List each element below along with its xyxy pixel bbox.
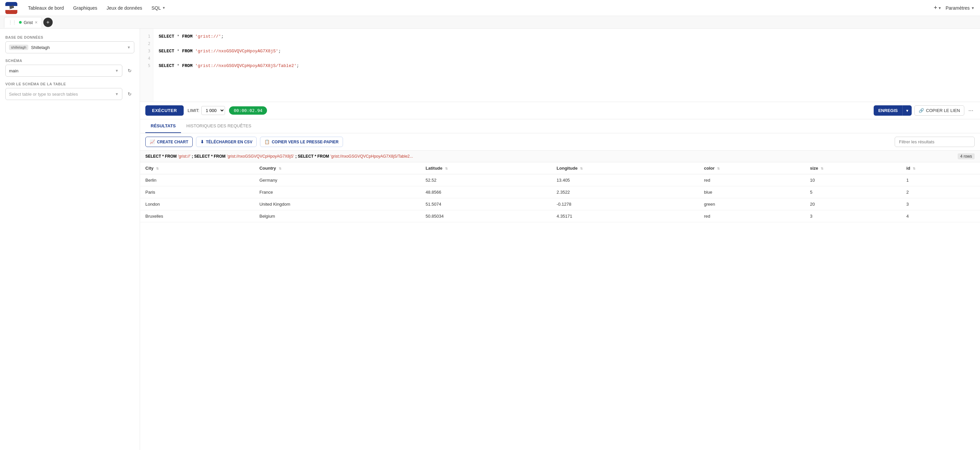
- tab-grist[interactable]: ⋮⋮ Grist ×: [4, 17, 42, 28]
- code-line-1: SELECT * FROM 'grist://';: [159, 33, 975, 40]
- table-row[interactable]: LondonUnited Kingdom51.5074-0.1278green2…: [140, 198, 980, 210]
- cell-3-0: Bruxelles: [140, 210, 254, 222]
- results-tabs: RÉSULTATS HISTORIQUES DES REQUÊTES: [140, 119, 980, 134]
- main-layout: BASE DE DONNÉES shillelagh Shillelagh ▼ …: [0, 29, 980, 450]
- cell-0-5: 10: [805, 174, 901, 186]
- db-section-label: BASE DE DONNÉES: [5, 35, 134, 39]
- schema-refresh-button[interactable]: ↻: [125, 66, 134, 75]
- schema-select[interactable]: main ▼: [5, 65, 123, 77]
- topnav-right: + ▼ Paramètres ▼: [934, 4, 975, 11]
- limit-select[interactable]: 1 000 500 100 5000: [201, 106, 225, 115]
- table-row[interactable]: BruxellesBelgium50.850344.35171red34: [140, 210, 980, 222]
- longitude-sort-icon: ⇅: [580, 167, 583, 170]
- code-area[interactable]: SELECT * FROM 'grist://'; SELECT * FROM …: [153, 29, 980, 102]
- db-badge: shillelagh: [9, 45, 28, 50]
- download-icon: ⬇: [200, 139, 204, 144]
- nav-sql[interactable]: SQL ▼: [151, 5, 165, 11]
- cell-2-1: United Kingdom: [254, 198, 420, 210]
- nav-links: Tableaux de bord Graphiques Jeux de donn…: [28, 5, 923, 11]
- tabbar: ⋮⋮ Grist × +: [0, 16, 980, 29]
- table-schema-section: VOIR LE SCHÉMA DE LA TABLE Select table …: [5, 82, 134, 100]
- cell-2-6: 3: [901, 198, 980, 210]
- color-sort-icon: ⇅: [717, 167, 720, 170]
- cell-1-4: blue: [698, 186, 805, 198]
- col-id[interactable]: id ⇅: [901, 162, 980, 174]
- table-section-label: VOIR LE SCHÉMA DE LA TABLE: [5, 82, 134, 86]
- cell-3-4: red: [698, 210, 805, 222]
- cell-1-1: France: [254, 186, 420, 198]
- table-refresh-button[interactable]: ↻: [125, 89, 134, 99]
- schema-select-arrow-icon: ▼: [115, 69, 119, 73]
- execute-button[interactable]: EXÉCUTER: [145, 105, 184, 116]
- toolbar-right: ENREGIS ▼ 🔗 COPIER LE LIEN ···: [873, 105, 975, 116]
- cell-1-0: Paris: [140, 186, 254, 198]
- query-toolbar: EXÉCUTER LIMIT: 1 000 500 100 5000 00:00…: [140, 102, 980, 119]
- database-select[interactable]: shillelagh Shillelagh ▼: [5, 41, 134, 53]
- filter-input[interactable]: [895, 137, 975, 147]
- nav-jeux[interactable]: Jeux de données: [107, 5, 142, 11]
- drag-handle-icon: ⋮⋮: [8, 20, 16, 25]
- nav-tableaux[interactable]: Tableaux de bord: [28, 5, 64, 11]
- table-header: City ⇅ Country ⇅ Latitude ⇅ Longitude ⇅ …: [140, 162, 980, 174]
- cell-2-4: green: [698, 198, 805, 210]
- cell-2-2: 51.5074: [420, 198, 551, 210]
- cell-2-3: -0.1278: [551, 198, 698, 210]
- schema-value: main: [9, 68, 18, 73]
- limit-label: LIMIT:: [188, 108, 199, 113]
- col-city[interactable]: City ⇅: [140, 162, 254, 174]
- limit-control: LIMIT: 1 000 500 100 5000: [188, 106, 225, 115]
- download-csv-button[interactable]: ⬇ TÉLÉCHARGER EN CSV: [196, 137, 257, 147]
- code-line-2: [159, 40, 975, 47]
- save-dropdown-button[interactable]: ▼: [902, 105, 912, 116]
- table-select[interactable]: Select table or type to search tables ▼: [5, 88, 123, 100]
- more-options-button[interactable]: ···: [967, 106, 975, 115]
- col-color[interactable]: color ⇅: [698, 162, 805, 174]
- link-icon: 🔗: [919, 108, 924, 113]
- db-select-arrow-icon: ▼: [127, 45, 130, 49]
- tab-close-button[interactable]: ×: [35, 20, 37, 25]
- code-line-4: [159, 55, 975, 62]
- table-placeholder: Select table or type to search tables: [9, 92, 78, 97]
- schema-section: SCHÉMA main ▼ ↻: [5, 59, 134, 77]
- tab-label: Grist: [24, 20, 33, 25]
- sidebar: BASE DE DONNÉES shillelagh Shillelagh ▼ …: [0, 29, 140, 450]
- copy-clipboard-button[interactable]: 📋 COPIER VERS LE PRESSE-PAPIER: [260, 137, 343, 147]
- connection-status-icon: [19, 21, 22, 24]
- save-btn-group: ENREGIS ▼: [873, 105, 912, 116]
- add-button[interactable]: + ▼: [934, 4, 941, 11]
- id-sort-icon: ⇅: [913, 167, 915, 170]
- table-row[interactable]: BerlinGermany52.5213.405red101: [140, 174, 980, 186]
- col-size[interactable]: size ⇅: [805, 162, 901, 174]
- db-section: BASE DE DONNÉES shillelagh Shillelagh ▼: [5, 35, 134, 53]
- new-tab-button[interactable]: +: [43, 17, 52, 27]
- copy-link-button[interactable]: 🔗 COPIER LE LIEN: [914, 105, 964, 116]
- table-row[interactable]: ParisFrance48.85662.3522blue52: [140, 186, 980, 198]
- results-table: City ⇅ Country ⇅ Latitude ⇅ Longitude ⇅ …: [140, 162, 980, 222]
- cell-3-1: Belgium: [254, 210, 420, 222]
- table-body: BerlinGermany52.5213.405red101ParisFranc…: [140, 174, 980, 222]
- create-chart-button[interactable]: 📈 CREATE CHART: [145, 137, 192, 147]
- sql-editor[interactable]: 1 2 3 4 5 SELECT * FROM 'grist://'; SELE…: [140, 29, 980, 102]
- cell-1-5: 5: [805, 186, 901, 198]
- cell-2-0: London: [140, 198, 254, 210]
- cell-3-2: 50.85034: [420, 210, 551, 222]
- save-button[interactable]: ENREGIS: [873, 105, 903, 116]
- col-longitude[interactable]: Longitude ⇅: [551, 162, 698, 174]
- app-logo: 🏴: [5, 2, 18, 14]
- cell-0-0: Berlin: [140, 174, 254, 186]
- code-line-5: SELECT * FROM 'grist://nxoGSGVQVCpHpoyAG…: [159, 62, 975, 69]
- tab-history[interactable]: HISTORIQUES DES REQUÊTES: [181, 119, 257, 133]
- col-country[interactable]: Country ⇅: [254, 162, 420, 174]
- clipboard-icon: 📋: [264, 139, 270, 144]
- cell-0-6: 1: [901, 174, 980, 186]
- cell-3-5: 3: [805, 210, 901, 222]
- cell-1-6: 2: [901, 186, 980, 198]
- cell-0-3: 13.405: [551, 174, 698, 186]
- tab-results[interactable]: RÉSULTATS: [145, 119, 181, 133]
- params-button[interactable]: Paramètres ▼: [946, 5, 975, 11]
- cell-2-5: 20: [805, 198, 901, 210]
- country-sort-icon: ⇅: [278, 167, 282, 170]
- cell-1-3: 2.3522: [551, 186, 698, 198]
- nav-graphiques[interactable]: Graphiques: [73, 5, 97, 11]
- col-latitude[interactable]: Latitude ⇅: [420, 162, 551, 174]
